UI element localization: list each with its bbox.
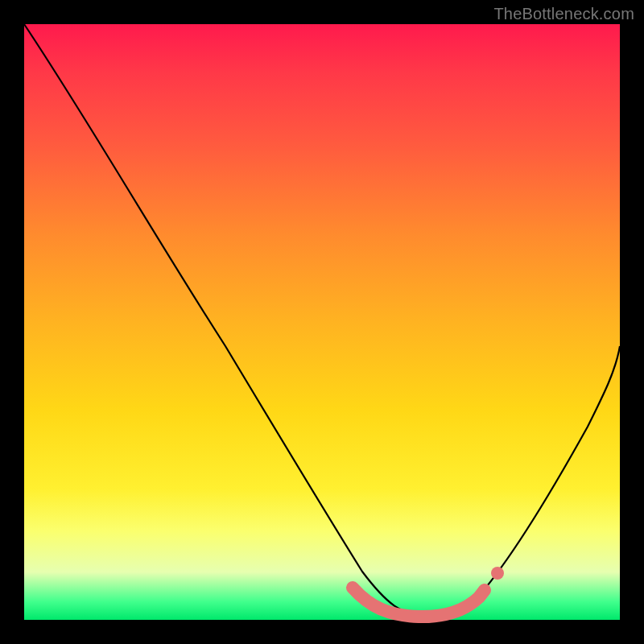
chart-frame: TheBottleneck.com <box>0 0 644 644</box>
bottleneck-curve <box>24 24 620 617</box>
plot-area <box>24 24 620 620</box>
highlight-dot <box>491 567 504 580</box>
watermark-label: TheBottleneck.com <box>493 5 634 23</box>
curve-layer <box>24 24 620 620</box>
highlight-band <box>353 588 485 617</box>
